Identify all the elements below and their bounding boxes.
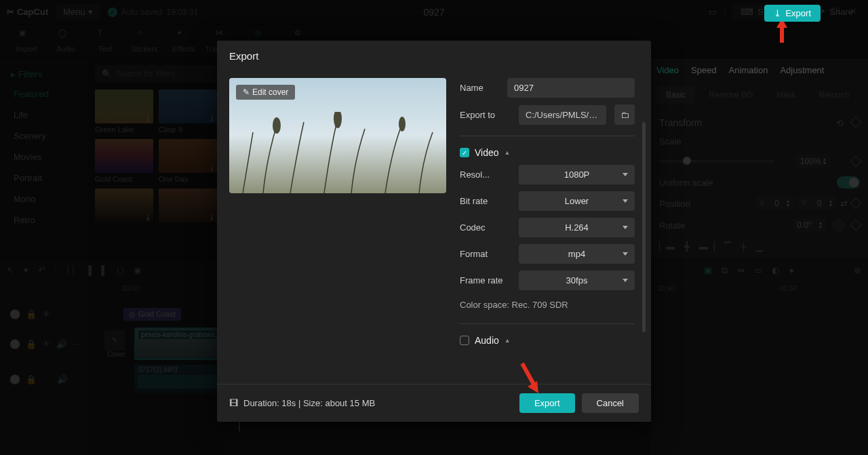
resolution-label: Resol... bbox=[460, 170, 511, 180]
codec-label: Codec bbox=[460, 222, 511, 233]
export-modal: Export ✎ Edit cover Name Export to bbox=[217, 41, 651, 422]
modal-scrollbar[interactable] bbox=[642, 122, 646, 332]
svg-point-0 bbox=[273, 117, 281, 134]
cancel-button[interactable]: Cancel bbox=[582, 393, 639, 413]
exportto-path: C:/Users/PMLS/Pictur... bbox=[519, 105, 606, 125]
export-button-top[interactable]: ⤓Export bbox=[764, 5, 821, 22]
codec-select[interactable]: H.264 bbox=[519, 218, 635, 237]
framerate-label: Frame rate bbox=[460, 275, 511, 285]
export-info: 🎞 Duration: 18s | Size: about 15 MB bbox=[229, 398, 375, 408]
browse-folder-button[interactable]: 🗀 bbox=[614, 104, 635, 125]
bitrate-select[interactable]: Lower bbox=[519, 191, 635, 211]
audio-checkbox[interactable] bbox=[460, 336, 469, 345]
video-checkbox[interactable]: ✓ bbox=[460, 148, 469, 157]
video-section-header[interactable]: ✓ Video ▲ bbox=[460, 147, 635, 158]
film-icon: 🎞 bbox=[229, 398, 238, 408]
resolution-select[interactable]: 1080P bbox=[519, 165, 635, 184]
name-label: Name bbox=[460, 83, 499, 93]
name-input[interactable] bbox=[507, 78, 635, 98]
modal-title: Export bbox=[217, 41, 651, 71]
exportto-label: Export to bbox=[460, 110, 511, 120]
export-preview: ✎ Edit cover bbox=[229, 78, 446, 193]
format-select[interactable]: mp4 bbox=[519, 244, 635, 264]
format-label: Format bbox=[460, 249, 511, 259]
edit-cover-button[interactable]: ✎ Edit cover bbox=[236, 85, 295, 100]
svg-point-1 bbox=[334, 112, 342, 128]
bitrate-label: Bit rate bbox=[460, 196, 511, 206]
svg-point-2 bbox=[399, 117, 406, 132]
audio-section-header[interactable]: Audio ▲ bbox=[460, 335, 635, 346]
export-confirm-button[interactable]: Export bbox=[519, 393, 575, 413]
framerate-select[interactable]: 30fps bbox=[519, 271, 635, 290]
preview-image bbox=[229, 112, 446, 193]
colorspace-info: Color space: Rec. 709 SDR bbox=[460, 297, 635, 313]
